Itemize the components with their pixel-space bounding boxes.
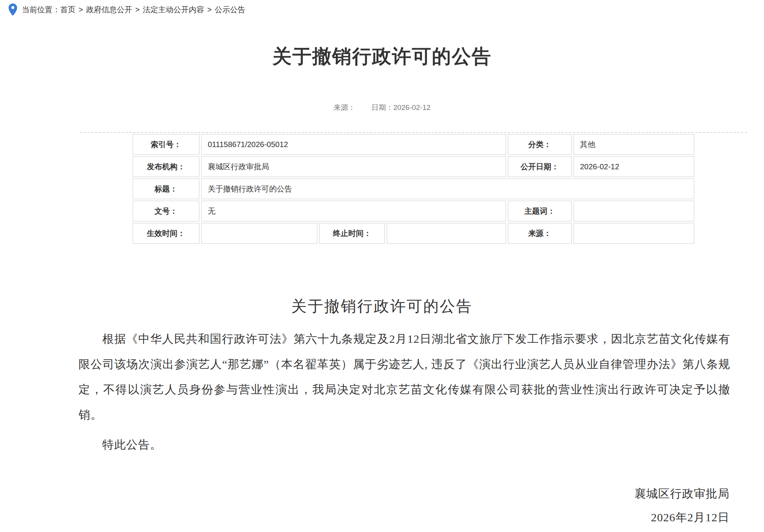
page-title: 关于撤销行政许可的公告 — [0, 44, 764, 68]
meta-value-category: 其他 — [573, 134, 694, 155]
meta-value-title: 关于撤销行政许可的公告 — [201, 178, 694, 199]
document-paragraph-main: 根据《中华人民共和国行政许可法》第六十九条规定及2月12日湖北省文旅厅下发工作指… — [79, 326, 730, 427]
meta-label-title: 标题： — [133, 178, 199, 199]
meta-value-keywords — [573, 201, 694, 221]
source-label: 来源： — [334, 103, 355, 111]
meta-label-category: 分类： — [508, 134, 572, 155]
dashed-separator — [80, 132, 747, 133]
breadcrumb-separator: > — [79, 5, 83, 14]
date-value: 2026-02-12 — [393, 103, 430, 111]
breadcrumb: 当前位置： 首页 > 政府信息公开 > 法定主动公开内容 > 公示公告 — [8, 3, 245, 16]
meta-value-doc-number: 无 — [201, 201, 506, 221]
meta-value-index-number: 011158671/2026-05012 — [201, 134, 506, 155]
meta-value-publish-date: 2026-02-12 — [573, 156, 694, 177]
breadcrumb-item-legal-proactive-disclosure[interactable]: 法定主动公开内容 — [143, 5, 204, 15]
meta-label-source: 来源： — [508, 223, 572, 244]
meta-label-index-number: 索引号： — [133, 134, 199, 155]
meta-label-issuing-agency: 发布机构： — [133, 156, 199, 177]
date-label: 日期： — [371, 103, 393, 111]
meta-label-effective-time: 生效时间： — [133, 223, 199, 244]
page: 当前位置： 首页 > 政府信息公开 > 法定主动公开内容 > 公示公告 关于撤销… — [0, 0, 764, 532]
breadcrumb-separator: > — [135, 5, 140, 14]
meta-label-keywords: 主题词： — [508, 201, 572, 221]
signature-block: 襄城区行政审批局 2026年2月12日 — [634, 482, 729, 529]
signature-date: 2026年2月12日 — [634, 506, 729, 529]
meta-label-doc-number: 文号： — [133, 201, 199, 221]
breadcrumb-item-gov-info-disclosure[interactable]: 政府信息公开 — [86, 5, 132, 15]
meta-value-source — [573, 223, 694, 244]
source-date-line: 来源：日期：2026-02-12 — [0, 103, 764, 113]
meta-table: 索引号： 011158671/2026-05012 分类： 其他 发布机构： 襄… — [133, 134, 694, 244]
document-paragraph-notice: 特此公告。 — [79, 432, 730, 457]
meta-value-effective-time — [201, 223, 317, 244]
meta-value-issuing-agency: 襄城区行政审批局 — [201, 156, 506, 177]
document-body: 根据《中华人民共和国行政许可法》第六十九条规定及2月12日湖北省文旅厅下发工作指… — [79, 326, 730, 457]
breadcrumb-item-home[interactable]: 首页 — [60, 5, 76, 15]
meta-label-end-time: 终止时间： — [319, 223, 385, 244]
breadcrumb-item-public-notice[interactable]: 公示公告 — [215, 5, 245, 15]
meta-label-publish-date: 公开日期： — [508, 156, 572, 177]
breadcrumb-separator: > — [207, 5, 212, 14]
document-title: 关于撤销行政许可的公告 — [0, 296, 764, 317]
breadcrumb-prefix: 当前位置： — [22, 5, 60, 15]
meta-value-end-time — [387, 223, 506, 244]
signature-org: 襄城区行政审批局 — [634, 482, 729, 506]
location-pin-icon — [8, 3, 18, 16]
